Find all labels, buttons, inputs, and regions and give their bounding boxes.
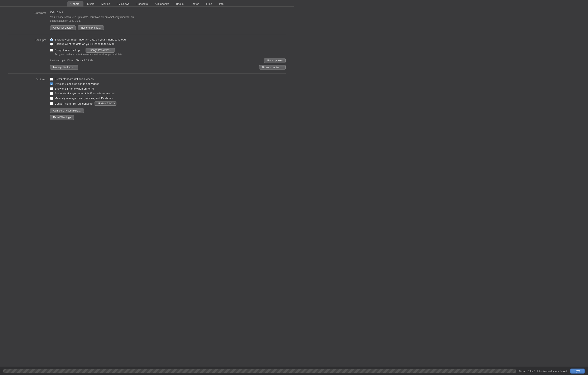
configure-accessibility-button[interactable]: Configure Accessibility… — [50, 108, 84, 113]
nav-bar: GeneralMusicMoviesTV ShowsPodcastsAudiob… — [0, 0, 294, 7]
software-section: Software: iOS 16.0.3 Your iPhone softwar… — [8, 11, 286, 34]
main-content: Software: iOS 16.0.3 Your iPhone softwar… — [0, 7, 294, 177]
nav-tab-files[interactable]: Files — [203, 1, 215, 6]
check-for-update-button[interactable]: Check for Update — [50, 25, 76, 30]
sync-checked-row: Sync only checked songs and videos — [50, 82, 286, 86]
software-content: iOS 16.0.3 Your iPhone software is up to… — [50, 11, 286, 30]
sync-checked-label: Sync only checked songs and videos — [55, 82, 99, 86]
nav-tab-books[interactable]: Books — [173, 1, 187, 6]
options-label: Options: — [8, 77, 50, 120]
manually-manage-row: Manually manage music, movies, and TV sh… — [50, 97, 286, 100]
backup-action-buttons: Back Up Now — [264, 58, 286, 63]
backup-mac-radio[interactable] — [50, 43, 53, 45]
prefer-sd-row: Prefer standard definition videos — [50, 77, 286, 81]
reset-warnings-row: Reset Warnings — [50, 115, 286, 120]
backup-icloud-radio[interactable] — [50, 38, 53, 41]
back-up-now-button[interactable]: Back Up Now — [264, 58, 286, 63]
prefer-sd-label: Prefer standard definition videos — [55, 77, 94, 81]
backup-bottom-buttons: Manage Backups… Restore Backup… — [50, 65, 286, 70]
restore-iphone-button[interactable]: Restore iPhone… — [78, 25, 104, 30]
last-backup-label: Last backup to iCloud: — [50, 59, 75, 62]
auto-sync-row: Automatically sync when this iPhone is c… — [50, 92, 286, 95]
convert-label: Convert higher bit rate songs to — [55, 102, 93, 105]
convert-checkbox[interactable] — [50, 102, 53, 105]
convert-select-wrapper: 128 kbps AAC 192 kbps AAC 256 kbps AAC 3… — [94, 101, 116, 106]
show-wifi-label: Show this iPhone when on Wi-Fi — [55, 87, 94, 90]
nav-tab-tv-shows[interactable]: TV Shows — [114, 1, 133, 6]
convert-select[interactable]: 128 kbps AAC 192 kbps AAC 256 kbps AAC 3… — [94, 101, 116, 106]
show-wifi-checkbox[interactable] — [50, 87, 53, 90]
nav-tab-photos[interactable]: Photos — [187, 1, 202, 6]
auto-sync-checkbox[interactable] — [50, 92, 53, 95]
auto-sync-label: Automatically sync when this iPhone is c… — [55, 92, 115, 95]
convert-row: Convert higher bit rate songs to 128 kbp… — [50, 101, 286, 106]
prefer-sd-checkbox[interactable] — [50, 78, 53, 81]
options-content: Prefer standard definition videos Sync o… — [50, 77, 286, 120]
options-buttons: Configure Accessibility… — [50, 108, 286, 113]
restore-backup-button[interactable]: Restore Backup… — [259, 65, 286, 70]
software-desc-line1: Your iPhone software is up to date. Your… — [50, 15, 286, 23]
manually-manage-checkbox[interactable] — [50, 97, 53, 100]
software-buttons: Check for Update Restore iPhone… — [50, 25, 286, 30]
software-version: iOS 16.0.3 — [50, 11, 286, 14]
backup-mac-row: Back up all of the data on your iPhone t… — [50, 42, 286, 45]
nav-tab-audiobooks[interactable]: Audiobooks — [151, 1, 172, 6]
manually-manage-label: Manually manage music, movies, and TV sh… — [55, 97, 113, 100]
backups-content: Back up your most important data on your… — [50, 38, 286, 70]
encrypt-desc: Encrypted backups protect passwords and … — [55, 53, 286, 55]
backup-left-buttons: Manage Backups… — [50, 65, 78, 70]
nav-tab-movies[interactable]: Movies — [98, 1, 113, 6]
backup-mac-label: Back up all of the data on your iPhone t… — [55, 42, 114, 45]
reset-warnings-button[interactable]: Reset Warnings — [50, 115, 74, 120]
backup-info-row: Last backup to iCloud: Today, 3:24 AM Ba… — [50, 58, 286, 63]
encrypt-checkbox[interactable] — [50, 49, 53, 52]
nav-tab-general[interactable]: General — [67, 1, 84, 6]
options-section: Options: Prefer standard definition vide… — [8, 77, 286, 124]
encrypt-row: Encrypt local backup Change Password… — [50, 48, 286, 53]
nav-tab-music[interactable]: Music — [84, 1, 98, 6]
backups-label: Backups: — [8, 38, 50, 70]
show-wifi-row: Show this iPhone when on Wi-Fi — [50, 87, 286, 90]
encrypt-section: Encrypt local backup Change Password… En… — [50, 48, 286, 55]
nav-tab-podcasts[interactable]: Podcasts — [133, 1, 151, 6]
manage-backups-button[interactable]: Manage Backups… — [50, 65, 78, 70]
software-label: Software: — [8, 11, 50, 30]
backup-icloud-row: Back up your most important data on your… — [50, 38, 286, 41]
sync-checked-checkbox[interactable] — [50, 83, 53, 86]
last-backup-value: Today, 3:24 AM — [76, 59, 93, 62]
encrypt-label: Encrypt local backup — [55, 49, 80, 52]
backup-icloud-label: Back up your most important data on your… — [55, 38, 126, 41]
backup-right-buttons: Restore Backup… — [259, 65, 286, 70]
backups-section: Backups: Back up your most important dat… — [8, 38, 286, 74]
nav-tab-info[interactable]: Info — [216, 1, 227, 6]
change-password-button[interactable]: Change Password… — [85, 48, 115, 53]
